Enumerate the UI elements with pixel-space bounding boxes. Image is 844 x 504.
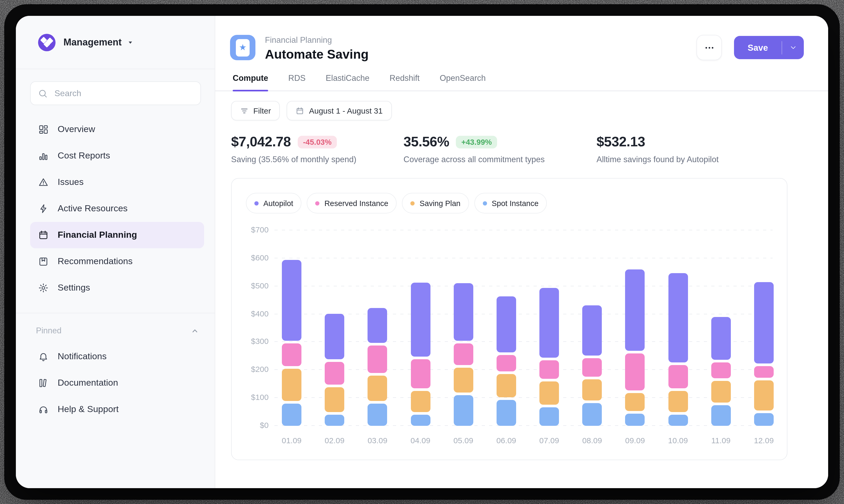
bar-segment-spot-instance[interactable] <box>754 413 774 426</box>
search-icon <box>38 89 48 98</box>
bar-segment-spot-instance[interactable] <box>453 395 473 426</box>
bar-segment-spot-instance[interactable] <box>411 415 430 426</box>
bar-12.09 <box>754 230 774 426</box>
bar-segment-saving-plan[interactable] <box>625 393 645 411</box>
bar-segment-spot-instance[interactable] <box>711 405 730 426</box>
ellipsis-icon <box>704 42 714 53</box>
bar-segment-spot-instance[interactable] <box>282 403 302 426</box>
pinned-section-header[interactable]: Pinned <box>36 326 199 336</box>
date-range-button[interactable]: August 1 - August 31 <box>287 101 392 121</box>
chart-legend: AutopilotReserved InstanceSaving PlanSpo… <box>246 193 547 213</box>
stat-caption: Saving (35.56% of monthly spend) <box>231 155 403 164</box>
bar-segment-reserved-instance[interactable] <box>411 359 430 388</box>
tab-elasticache[interactable]: ElastiCache <box>326 73 369 90</box>
bar-segment-spot-instance[interactable] <box>368 403 387 426</box>
bar-segment-autopilot[interactable] <box>711 317 730 360</box>
bar-segment-saving-plan[interactable] <box>453 368 473 393</box>
sidebar-item-recommendations[interactable]: Recommendations <box>30 248 204 275</box>
search-box[interactable] <box>30 82 201 105</box>
stat-delta-badge: -45.03% <box>298 136 337 148</box>
bar-segment-saving-plan[interactable] <box>411 391 430 412</box>
sidebar-item-documentation[interactable]: Documentation <box>30 370 204 396</box>
more-actions-button[interactable] <box>696 35 722 60</box>
bar-segment-spot-instance[interactable] <box>325 415 344 426</box>
y-axis-tick: $300 <box>231 337 269 346</box>
bar-segment-reserved-instance[interactable] <box>497 355 516 372</box>
bar-segment-spot-instance[interactable] <box>668 415 688 426</box>
x-axis-label: 11.09 <box>711 436 730 445</box>
bar-segment-autopilot[interactable] <box>282 260 302 341</box>
tab-redshift[interactable]: Redshift <box>390 73 419 90</box>
bar-segment-autopilot[interactable] <box>582 305 602 356</box>
bar-chart-icon <box>38 150 49 161</box>
bar-chart <box>282 230 774 426</box>
bar-segment-saving-plan[interactable] <box>711 381 730 402</box>
search-input[interactable] <box>53 88 193 98</box>
bar-segment-reserved-instance[interactable] <box>754 366 774 378</box>
bar-segment-autopilot[interactable] <box>754 282 774 363</box>
bar-08.09 <box>582 230 602 426</box>
legend-dot <box>411 201 415 205</box>
x-axis-label: 07.09 <box>539 436 559 445</box>
x-axis-label: 12.09 <box>754 436 774 445</box>
tab-opensearch[interactable]: OpenSearch <box>440 73 486 90</box>
legend-item-spot-instance[interactable]: Spot Instance <box>474 193 547 213</box>
sidebar-item-active-resources[interactable]: Active Resources <box>30 196 204 222</box>
bar-segment-autopilot[interactable] <box>411 283 430 357</box>
y-axis-tick: $400 <box>231 309 269 318</box>
bar-segment-saving-plan[interactable] <box>582 379 602 400</box>
chevron-up-icon[interactable] <box>191 327 199 335</box>
tab-compute[interactable]: Compute <box>233 73 268 90</box>
bar-segment-reserved-instance[interactable] <box>625 354 645 391</box>
bar-segment-autopilot[interactable] <box>325 314 344 359</box>
bar-segment-autopilot[interactable] <box>453 283 473 341</box>
sidebar-item-cost-reports[interactable]: Cost Reports <box>30 143 204 169</box>
bar-segment-reserved-instance[interactable] <box>453 343 473 365</box>
bar-segment-saving-plan[interactable] <box>668 391 688 412</box>
bar-segment-reserved-instance[interactable] <box>668 365 688 388</box>
bar-segment-saving-plan[interactable] <box>368 376 387 401</box>
bar-segment-saving-plan[interactable] <box>325 387 344 412</box>
bar-segment-spot-instance[interactable] <box>539 407 559 426</box>
workspace-switcher[interactable]: Management <box>16 16 215 69</box>
save-button[interactable]: Save <box>734 36 804 59</box>
sidebar-item-settings[interactable]: Settings <box>30 275 204 301</box>
sidebar-item-label: Financial Planning <box>58 230 137 240</box>
bar-segment-autopilot[interactable] <box>368 308 387 343</box>
bar-segment-saving-plan[interactable] <box>497 374 516 397</box>
bar-segment-saving-plan[interactable] <box>754 380 774 411</box>
bar-segment-reserved-instance[interactable] <box>282 343 302 366</box>
bar-segment-reserved-instance[interactable] <box>711 362 730 378</box>
filter-row: Filter August 1 - August 31 <box>231 101 804 121</box>
sidebar-item-overview[interactable]: Overview <box>30 116 204 143</box>
bar-segment-spot-instance[interactable] <box>625 414 645 426</box>
bar-segment-spot-instance[interactable] <box>582 403 602 426</box>
bar-segment-autopilot[interactable] <box>668 273 688 362</box>
bar-segment-saving-plan[interactable] <box>282 369 302 401</box>
save-dropdown-toggle[interactable] <box>782 44 804 51</box>
caret-down-icon[interactable] <box>127 39 133 45</box>
filter-button[interactable]: Filter <box>231 101 280 121</box>
sidebar-item-help-support[interactable]: Help & Support <box>30 396 204 422</box>
bar-segment-reserved-instance[interactable] <box>582 358 602 377</box>
bar-segment-reserved-instance[interactable] <box>539 360 559 379</box>
stat-2: 35.56%+43.99%Coverage across all commitm… <box>403 134 597 164</box>
sidebar-item-label: Help & Support <box>58 404 119 415</box>
bar-segment-autopilot[interactable] <box>497 296 516 353</box>
bar-segment-spot-instance[interactable] <box>497 400 516 426</box>
bar-segment-reserved-instance[interactable] <box>325 362 344 384</box>
bar-segment-autopilot[interactable] <box>539 288 559 358</box>
sidebar-item-financial-planning[interactable]: Financial Planning <box>30 222 204 248</box>
bar-segment-saving-plan[interactable] <box>539 381 559 405</box>
stat-value: 35.56% <box>403 134 449 150</box>
sidebar-item-issues[interactable]: Issues <box>30 169 204 196</box>
sidebar-item-notifications[interactable]: Notifications <box>30 343 204 370</box>
tab-rds[interactable]: RDS <box>288 73 305 90</box>
bar-segment-reserved-instance[interactable] <box>368 345 387 373</box>
save-button-label: Save <box>734 42 781 53</box>
date-range-label: August 1 - August 31 <box>309 106 383 115</box>
bar-segment-autopilot[interactable] <box>625 269 645 351</box>
legend-item-reserved-instance[interactable]: Reserved Instance <box>307 193 397 213</box>
legend-item-autopilot[interactable]: Autopilot <box>246 193 302 213</box>
legend-item-saving-plan[interactable]: Saving Plan <box>402 193 469 213</box>
